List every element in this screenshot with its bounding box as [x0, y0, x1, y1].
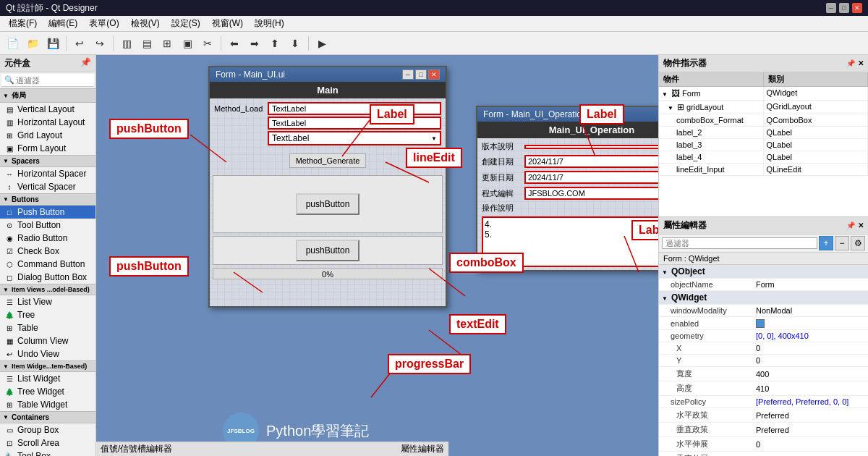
- obj-item-form[interactable]: ▼ 🖼 Form QWidget: [659, 87, 868, 101]
- comp-command-link[interactable]: ⬡ Command Button: [0, 258, 95, 271]
- comp-tree-widget[interactable]: 🌲 Tree Widget: [0, 385, 95, 398]
- menu-edit[interactable]: 編輯(E): [43, 16, 83, 31]
- prop-row-objectname[interactable]: objectName Form: [659, 279, 868, 291]
- section-containers[interactable]: Containers: [0, 411, 95, 423]
- prop-sizepolicy-value[interactable]: [Preferred, Preferred, 0, 0]: [753, 396, 868, 408]
- menu-form[interactable]: 表單(O): [83, 16, 124, 31]
- toolbar-layout-g[interactable]: ⊞: [158, 34, 176, 53]
- editor-value[interactable]: JFSBLOG.COM: [524, 187, 658, 200]
- prop-row-enabled[interactable]: enabled: [659, 317, 868, 330]
- main-form-min[interactable]: ─: [402, 69, 414, 80]
- toolbar-preview[interactable]: ▶: [312, 34, 331, 53]
- menu-view[interactable]: 檢視(V): [125, 16, 166, 31]
- comp-tree-view[interactable]: 🌲 Tree: [0, 308, 95, 321]
- prop-add-btn[interactable]: +: [819, 236, 833, 250]
- prop-remove-btn[interactable]: −: [835, 236, 849, 250]
- comp-table-widget[interactable]: ⊞ Table Widget: [0, 398, 95, 411]
- comp-list-view[interactable]: ☰ List View: [0, 295, 95, 308]
- comp-dialog-btn[interactable]: ◻ Dialog Button Box: [0, 271, 95, 284]
- toolbar-align-b[interactable]: ⬇: [286, 34, 305, 53]
- toolbar-layout-f[interactable]: ▣: [178, 34, 197, 53]
- comp-list-widget[interactable]: ☰ List Widget: [0, 372, 95, 385]
- comp-tool-box[interactable]: 🔧 Tool Box: [0, 449, 95, 456]
- toolbar-align-t[interactable]: ⬆: [265, 34, 284, 53]
- filter-bar[interactable]: 🔍: [1, 74, 94, 87]
- toolbar-save[interactable]: 💾: [43, 34, 62, 53]
- section-item-widgets[interactable]: Item Widge...tem-Based): [0, 360, 95, 372]
- prop-settings-btn[interactable]: ⚙: [851, 236, 865, 250]
- comp-horizontal-layout[interactable]: ▥ Horizontal Layout: [0, 116, 95, 129]
- op-form-title[interactable]: Form - Main_UI_Operation.ui ─ □ ✕: [477, 107, 658, 122]
- section-layouts[interactable]: 佈局: [0, 88, 95, 103]
- prop-row-width[interactable]: 寬度 400: [659, 367, 868, 381]
- comp-radio-button[interactable]: ◉ Radio Button: [0, 232, 95, 245]
- comp-horizontal-spacer[interactable]: ↔ Horizontal Spacer: [0, 167, 95, 180]
- obj-inspector-close[interactable]: ✕: [858, 59, 864, 67]
- text-label-1[interactable]: TextLabel: [268, 102, 441, 115]
- comp-undo-view[interactable]: ↩ Undo View: [0, 347, 95, 360]
- comp-column-view[interactable]: ▦ Column View: [0, 334, 95, 347]
- toolbar-break[interactable]: ✂: [198, 34, 217, 53]
- obj-item-gridlayout[interactable]: ▼ ⊞ gridLayout QGridLayout: [659, 101, 868, 114]
- comp-vertical-layout[interactable]: ▤ Vertical Layout: [0, 103, 95, 116]
- prop-geometry-value[interactable]: [0, 0], 400x410: [753, 330, 868, 342]
- prop-windowmodality-value[interactable]: NonModal: [753, 305, 868, 317]
- prop-filter-input[interactable]: [662, 237, 817, 249]
- prop-row-y[interactable]: Y 0: [659, 355, 868, 367]
- toolbar-align-r[interactable]: ➡: [245, 34, 264, 53]
- comp-group-box[interactable]: ▭ Group Box: [0, 423, 95, 436]
- prop-editor-table[interactable]: ▼ QObject objectName Form ▼ QWidget wind…: [659, 265, 868, 456]
- prop-hpolicy-value[interactable]: Preferred: [753, 408, 868, 423]
- prop-hstretch-value[interactable]: 0: [753, 437, 868, 452]
- prop-height-value[interactable]: 410: [753, 381, 868, 396]
- main-form-close[interactable]: ✕: [428, 69, 440, 80]
- component-filter-input[interactable]: [16, 76, 91, 85]
- prop-row-windowmodality[interactable]: windowModality NonModal: [659, 305, 868, 317]
- toolbar-align-l[interactable]: ⬅: [225, 34, 244, 53]
- comp-vertical-spacer[interactable]: ↕ Vertical Spacer: [0, 180, 95, 193]
- menu-file[interactable]: 檔案(F): [3, 16, 43, 31]
- prop-x-value[interactable]: 0: [753, 342, 868, 355]
- prop-filter-bar[interactable]: + − ⚙: [659, 235, 868, 253]
- comp-tool-button[interactable]: ⊙ Tool Button: [0, 219, 95, 232]
- prop-editor-pin[interactable]: 📌: [846, 221, 855, 229]
- obj-inspector-tree[interactable]: 物件 類別 ▼ 🖼 Form QWidget ▼ ⊞ gridLayout QG…: [659, 72, 868, 217]
- comp-check-box[interactable]: ☑ Check Box: [0, 245, 95, 258]
- section-buttons[interactable]: Buttons: [0, 193, 95, 206]
- obj-item-combo[interactable]: comboBox_Format QComboBox: [659, 114, 868, 127]
- section-item-views[interactable]: Item Views ...odel-Based): [0, 284, 95, 295]
- toolbar-new[interactable]: 📄: [3, 34, 22, 53]
- comp-table-view[interactable]: ⊞ Table: [0, 321, 95, 334]
- prop-row-hstretch[interactable]: 水平伸展 0: [659, 437, 868, 452]
- comp-scroll-area[interactable]: ⊡ Scroll Area: [0, 436, 95, 449]
- main-form-title[interactable]: Form - Main_UI.ui ─ □ ✕: [210, 67, 446, 82]
- push-button-1[interactable]: pushButton: [296, 193, 360, 215]
- comp-push-button[interactable]: □ Push Button: [0, 206, 95, 219]
- obj-inspector-pin[interactable]: 📌: [846, 59, 855, 67]
- toolbar-redo[interactable]: ↪: [90, 34, 109, 53]
- prop-enabled-value[interactable]: [753, 317, 868, 330]
- obj-item-lineedit[interactable]: lineEdit_Input QLineEdit: [659, 164, 868, 176]
- toolbar-layout-h[interactable]: ▥: [117, 34, 136, 53]
- updated-value[interactable]: 2024/11/7: [524, 171, 658, 184]
- prop-editor-close[interactable]: ✕: [858, 221, 864, 229]
- prop-width-value[interactable]: 400: [753, 367, 868, 381]
- obj-item-label4[interactable]: label_4 QLabel: [659, 151, 868, 164]
- comp-grid-layout[interactable]: ⊞ Grid Layout: [0, 129, 95, 142]
- menu-settings[interactable]: 設定(S): [166, 16, 206, 31]
- section-spacers[interactable]: Spacers: [0, 155, 95, 167]
- close-button[interactable]: ✕: [852, 3, 862, 13]
- prop-y-value[interactable]: 0: [753, 355, 868, 367]
- main-form-max[interactable]: □: [415, 69, 427, 80]
- menu-help[interactable]: 說明(H): [249, 16, 290, 31]
- prop-vstretch-value[interactable]: 0: [753, 452, 868, 456]
- prop-row-hpolicy[interactable]: 水平政策 Preferred: [659, 408, 868, 423]
- push-button-2[interactable]: pushButton: [296, 240, 360, 261]
- obj-item-label3[interactable]: label_3 QLabel: [659, 139, 868, 151]
- toolbar-undo[interactable]: ↩: [70, 34, 89, 53]
- canvas-area[interactable]: Form - Main_UI.ui ─ □ ✕ Main Method_Load…: [96, 55, 658, 456]
- prop-row-x[interactable]: X 0: [659, 342, 868, 355]
- menu-window[interactable]: 視窗(W): [206, 16, 249, 31]
- prop-vpolicy-value[interactable]: Preferred: [753, 423, 868, 437]
- prop-row-geometry[interactable]: geometry [0, 0], 400x410: [659, 330, 868, 342]
